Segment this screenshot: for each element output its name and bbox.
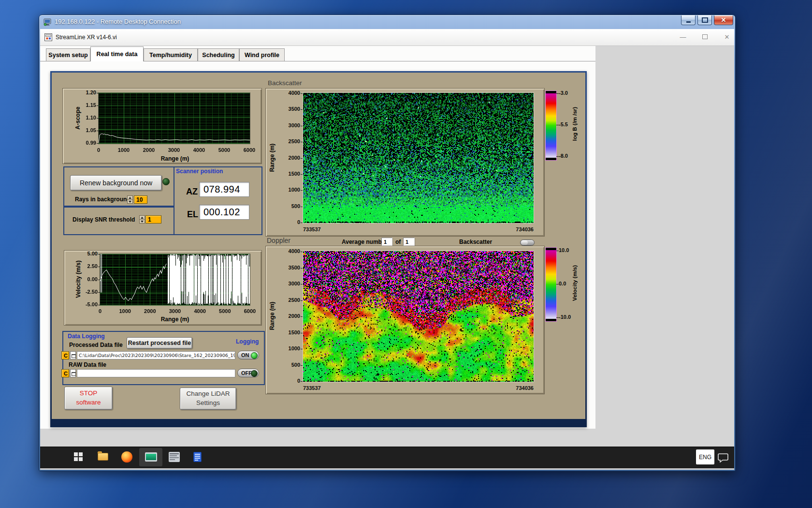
- browse-folder-icon[interactable]: [70, 351, 76, 359]
- axis-tick-label: 4000: [188, 147, 210, 153]
- tab-scheduling[interactable]: Scheduling: [198, 48, 239, 61]
- doppler-colorbar: [545, 247, 557, 322]
- axis-tick-label: 3000: [163, 147, 185, 153]
- axis-tick-label: 3000: [280, 122, 300, 128]
- tab-real-time-data[interactable]: Real time data: [90, 46, 144, 61]
- axis-tick-label: 1000: [113, 147, 134, 153]
- decrement-icon: [129, 201, 131, 203]
- data-logging-title: Data Logging: [68, 333, 105, 340]
- snr-spinner[interactable]: [139, 215, 145, 224]
- tick-mark: [97, 105, 99, 106]
- tab-system-setup[interactable]: System setup: [46, 48, 90, 61]
- doppler-backscatter-toggle[interactable]: [520, 239, 535, 246]
- axis-tick-label: 0: [89, 308, 111, 314]
- axis-tick-label: 0.99: [76, 140, 96, 146]
- tick-mark: [301, 252, 303, 252]
- scan-scheduler-button[interactable]: [167, 450, 181, 463]
- tick-mark: [301, 333, 303, 333]
- stop-software-button[interactable]: STOP software: [64, 387, 113, 410]
- rdp-computer-icon: [44, 18, 52, 26]
- raw-drive-selector[interactable]: C: [61, 369, 69, 377]
- file-explorer-button[interactable]: [96, 450, 110, 463]
- tick-mark: [301, 109, 303, 110]
- rdp-close-button[interactable]: ✕: [714, 15, 733, 25]
- processed-path-field[interactable]: C:\Lidar\Data\Proc\2023\202309\20230906\…: [77, 351, 235, 359]
- change-button-line1: Change LiDAR: [186, 389, 230, 399]
- change-lidar-settings-button[interactable]: Change LiDAR Settings: [180, 388, 236, 410]
- tick-mark: [98, 292, 100, 293]
- vi-close-button[interactable]: ✕: [722, 32, 732, 42]
- renew-background-button[interactable]: Renew background now: [70, 175, 162, 191]
- browse-folder-icon[interactable]: [70, 369, 76, 377]
- el-value[interactable]: 000.102: [199, 205, 249, 220]
- language-indicator[interactable]: ENG: [696, 449, 714, 464]
- processed-logging-toggle[interactable]: ON: [237, 351, 259, 359]
- axis-tick-label: 10.0: [559, 247, 577, 253]
- axis-tick-label: 500: [280, 203, 300, 209]
- start-button[interactable]: [72, 450, 85, 463]
- axis-tick-label: 6000: [239, 147, 260, 153]
- streamline-window-button[interactable]: [144, 450, 158, 463]
- colorbar-cap: [546, 319, 556, 321]
- axis-tick-label: 2.50: [76, 263, 98, 269]
- axis-tick-label: 1500: [280, 329, 300, 335]
- tick-mark: [301, 190, 303, 191]
- tick-mark: [301, 223, 303, 223]
- desktop: 192.168.0.122 - Remote Desktop Connectio…: [0, 0, 812, 508]
- az-value[interactable]: 078.994: [199, 182, 249, 197]
- average-total-value[interactable]: 1: [403, 238, 415, 246]
- colorbar-cap: [546, 248, 556, 250]
- velocity-plot: [100, 254, 250, 306]
- tick-mark: [98, 280, 100, 280]
- change-button-line2: Settings: [196, 399, 220, 408]
- axis-tick-label: -10.0: [559, 314, 577, 320]
- average-number-label: Average number: [342, 239, 387, 245]
- raw-logging-toggle[interactable]: OFF: [237, 369, 259, 377]
- restart-processed-file-button[interactable]: Restart processed file: [127, 337, 192, 349]
- axis-tick-label: 1.15: [76, 102, 96, 108]
- tab-wind-profile[interactable]: Wind profile: [239, 48, 285, 61]
- axis-tick-label: 1500: [280, 171, 300, 177]
- tick-mark: [98, 254, 100, 254]
- labview-vi-icon: [44, 33, 52, 41]
- doppler-x-start: 733537: [303, 385, 321, 391]
- velocity-x-axis-label: Range (m): [156, 316, 194, 323]
- vi-restore-button[interactable]: [699, 32, 710, 42]
- axis-tick-label: 2000: [280, 313, 300, 319]
- minimize-icon: [686, 21, 691, 23]
- logging-off-led: [251, 370, 258, 377]
- processed-data-file-label: Processed Data file: [69, 342, 123, 348]
- tick-mark: [97, 143, 99, 144]
- log-file-button[interactable]: [190, 450, 204, 463]
- firefox-button[interactable]: [120, 450, 133, 463]
- backscatter-heatmap: [303, 92, 534, 224]
- snr-threshold-value[interactable]: 1: [145, 215, 161, 224]
- rdp-minimize-button[interactable]: [681, 15, 696, 25]
- axis-tick-label: 2000: [139, 308, 160, 314]
- axis-tick-label: 0: [280, 219, 300, 225]
- rays-in-background-value[interactable]: 10: [134, 195, 147, 204]
- axis-tick-label: 0.00: [76, 276, 98, 282]
- axis-tick-label: 1.05: [76, 127, 96, 133]
- tick-mark: [301, 316, 303, 317]
- tick-mark: [301, 142, 303, 142]
- logging-label: Logging: [236, 338, 259, 345]
- log-file-icon: [193, 452, 202, 462]
- tab-temp-humidity[interactable]: Temp/humidity: [144, 48, 198, 61]
- restore-icon: [702, 34, 708, 39]
- tick-mark: [301, 300, 303, 301]
- tick-mark: [301, 126, 303, 126]
- raw-path-field[interactable]: [77, 369, 235, 377]
- chat-button[interactable]: [716, 451, 730, 464]
- scan-scheduler-icon: [169, 452, 180, 462]
- backscatter-colorbar: [545, 90, 557, 161]
- tick-mark: [301, 268, 303, 269]
- backscatter-toggle-label: Backscatter: [459, 239, 492, 245]
- rays-spinner[interactable]: [127, 195, 133, 204]
- rdp-maximize-button[interactable]: [697, 15, 712, 25]
- axis-tick-label: 4000: [280, 248, 300, 254]
- average-number-value[interactable]: 1: [381, 238, 392, 246]
- processed-drive-selector[interactable]: C: [61, 351, 69, 359]
- tick-mark: [301, 349, 303, 349]
- vi-minimize-button[interactable]: —: [678, 32, 688, 42]
